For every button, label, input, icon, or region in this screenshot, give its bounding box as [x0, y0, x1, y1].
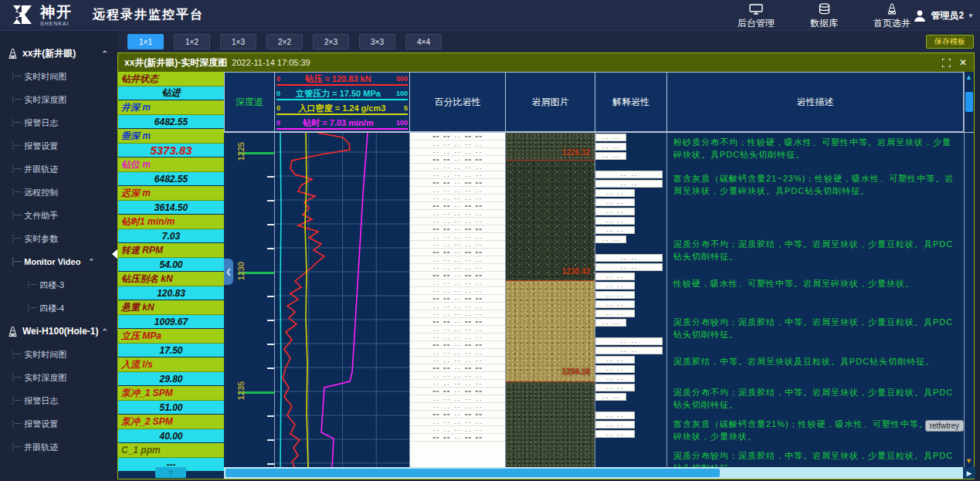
- litho-symbol-row: -- .. -- .. --: [410, 171, 505, 179]
- user-menu[interactable]: 管理员2 ▼: [913, 0, 974, 31]
- maximize-icon[interactable]: [940, 56, 952, 69]
- tree-line: ┆╌╌: [11, 188, 21, 196]
- legend-label: 立管压力 = 17.50 MPa: [296, 89, 381, 98]
- litho-percent-track: == == -- == ==.. -- .. -- ..-- .. -- .. …: [410, 133, 506, 467]
- litho-symbol-row: == == -- == ==: [410, 364, 505, 372]
- tree-line: ┆╌╌: [11, 443, 21, 451]
- param-value: 5373.83: [118, 144, 224, 158]
- tree-line: ┆╌╌: [26, 281, 36, 289]
- scroll-right-icon[interactable]: ▶: [963, 467, 975, 479]
- legend-min: 0: [276, 120, 280, 127]
- param-value: 1009.67: [118, 315, 224, 329]
- sidebar-item[interactable]: ┆╌╌报警日志: [0, 389, 117, 412]
- database-icon: [819, 3, 830, 19]
- tree-line: ┆╌╌: [11, 397, 21, 405]
- sidebar-item-label: 四楼-4: [39, 303, 64, 314]
- litho-symbol-row: .. -- .. -- ..: [410, 164, 505, 171]
- nav-derrick[interactable]: 首页选井: [873, 3, 910, 28]
- interp-litho-bar: -- --: [595, 263, 663, 271]
- depth-minor-tick: [267, 176, 274, 178]
- tree-line: ┆╌╌: [11, 235, 21, 242]
- sidebar-item[interactable]: ┆╌╌实时深度图: [0, 88, 117, 111]
- sidebar-item[interactable]: ┆╌╌报警设置: [0, 134, 117, 158]
- well-node-1[interactable]: Wei-H100(Hole-1)⌃: [0, 320, 117, 343]
- layout-button-2x2[interactable]: 2×2: [266, 34, 303, 49]
- sidebar-item[interactable]: ┆╌╌远程控制: [0, 181, 117, 204]
- save-template-button[interactable]: 保存模板: [926, 35, 974, 49]
- interp-litho-bar: -- --: [595, 365, 635, 373]
- interp-litho-bar: -- --: [595, 421, 635, 428]
- layout-button-1x1[interactable]: 1×1: [127, 34, 164, 49]
- sidebar-item[interactable]: ┆╌╌实时参数: [0, 227, 117, 250]
- column-header-interpreted-litho: 解释岩性: [595, 72, 667, 132]
- litho-symbol-row: .. -- .. -- ..: [410, 326, 505, 334]
- depth-chart: 深度道 0 钻压 = 120.83 kN 500 0 立管压力 = 17.50 …: [224, 72, 974, 479]
- panel-collapse-handle[interactable]: ❮: [224, 259, 233, 285]
- layout-button-1x3[interactable]: 1×3: [220, 34, 256, 49]
- well-node-0[interactable]: xx井(新井眼)⌃: [0, 42, 117, 65]
- param-value: 7.03: [118, 229, 224, 243]
- param-label: 井深 m: [118, 100, 224, 115]
- layout-button-1x2[interactable]: 1×2: [174, 34, 210, 49]
- param-scroll-down-button[interactable]: ▽: [155, 467, 186, 478]
- sidebar-item[interactable]: ┆╌╌实时时间图: [0, 65, 117, 88]
- close-icon[interactable]: ✕: [957, 56, 969, 69]
- litho-symbol-row: -- .. -- .. --: [410, 334, 505, 341]
- sidebar-item[interactable]: ┆╌╌井眼轨迹: [0, 435, 117, 459]
- sidebar-item[interactable]: ┆╌╌报警日志: [0, 111, 117, 134]
- litho-symbol-row: == == -- == ==: [410, 341, 505, 349]
- sidebar-item-camera[interactable]: ┆╌╌四楼-3: [0, 273, 117, 296]
- legend-min: 0: [276, 105, 280, 113]
- legend-max: 100: [396, 120, 408, 127]
- param-label: 入流 l/s: [118, 357, 224, 372]
- interp-litho-bar: -- --: [595, 430, 635, 438]
- sidebar-item[interactable]: ┆╌╌文件助手: [0, 204, 117, 227]
- sidebar-item-label: 文件助手: [24, 210, 58, 222]
- sidebar-item[interactable]: ┆╌╌实时时间图: [0, 343, 117, 366]
- litho-symbol-row: == == -- == ==: [410, 295, 505, 303]
- interp-litho-bar: -- --: [595, 310, 635, 317]
- layout-button-3x3[interactable]: 3×3: [359, 34, 395, 49]
- depth-minor-tick: [267, 368, 274, 369]
- litho-symbol-row: -- .. -- .. --: [410, 310, 505, 318]
- scroll-down-icon[interactable]: ▼: [965, 457, 972, 465]
- chevron-up-icon[interactable]: ⌃: [88, 258, 94, 266]
- interp-litho-bar: -- --: [595, 337, 663, 345]
- legend-label: 钻压 = 120.83 kN: [305, 74, 371, 83]
- param-label: 钻位 m: [118, 158, 224, 172]
- sidebar-item-label: 井眼轨迹: [24, 164, 58, 175]
- scroll-up-icon[interactable]: ▲: [965, 73, 972, 81]
- sidebar-item-label: 实时深度图: [24, 94, 66, 106]
- curve-track: [275, 133, 410, 467]
- hscroll-thumb[interactable]: [226, 469, 720, 477]
- well-name: xx井(新井眼): [22, 47, 76, 60]
- chart-header-row: 深度道 0 钻压 = 120.83 kN 500 0 立管压力 = 17.50 …: [224, 72, 974, 132]
- vscroll-thumb[interactable]: [965, 92, 973, 112]
- vertical-scrollbar[interactable]: ▲: [964, 72, 974, 132]
- sidebar-item[interactable]: ┆╌╌井眼轨迹: [0, 158, 117, 181]
- legend-row: 0 钻压 = 120.83 kN 500: [276, 74, 408, 86]
- column-header-litho-percent: 百分比岩性: [410, 72, 506, 132]
- top-header: 神开 SHENKAI 远程录井监控平台 后台管理 数据库 首页选井 管理员2 ▼: [0, 0, 980, 31]
- litho-symbol-row: .. -- .. -- ..: [410, 279, 505, 287]
- horizontal-scrollbar[interactable]: ▶: [224, 467, 975, 479]
- sidebar-item-monitor-video[interactable]: ┆╌╌Monitor Video⌃: [0, 250, 117, 273]
- nav-monitor[interactable]: 后台管理: [738, 4, 775, 28]
- sidebar-item-camera[interactable]: ┆╌╌四楼-4: [0, 296, 117, 320]
- litho-symbol-row: == == -- == ==: [410, 388, 505, 395]
- chevron-up-icon[interactable]: ⌃: [102, 49, 108, 58]
- litho-symbol-row: .. -- .. -- ..: [410, 418, 505, 426]
- sidebar-item[interactable]: ┆╌╌报警设置: [0, 412, 117, 435]
- layout-button-4x4[interactable]: 4×4: [405, 34, 442, 49]
- interpreted-litho-track: -- ---- ---- ---- ---- ---- ---- ---- --…: [595, 133, 667, 467]
- nav-database[interactable]: 数据库: [810, 3, 838, 28]
- window-timestamp: 2022-11-14 17:05:39: [232, 58, 310, 67]
- litho-description-line: 粉砂质分布不均；性较硬，吸水性、可塑性中等。岩屑呈块状，少量碎块状。具PDC钻头…: [673, 136, 959, 161]
- vertical-scrollbar-body[interactable]: ▼: [964, 133, 974, 468]
- sidebar-item-label: 实时时间图: [24, 349, 66, 361]
- legend-min: 0: [276, 76, 280, 83]
- chevron-up-icon[interactable]: ⌃: [102, 327, 108, 336]
- layout-button-2x3[interactable]: 2×3: [313, 34, 349, 49]
- sidebar-item[interactable]: ┆╌╌实时深度图: [0, 366, 117, 389]
- sidebar-item-label: 报警日志: [24, 395, 58, 407]
